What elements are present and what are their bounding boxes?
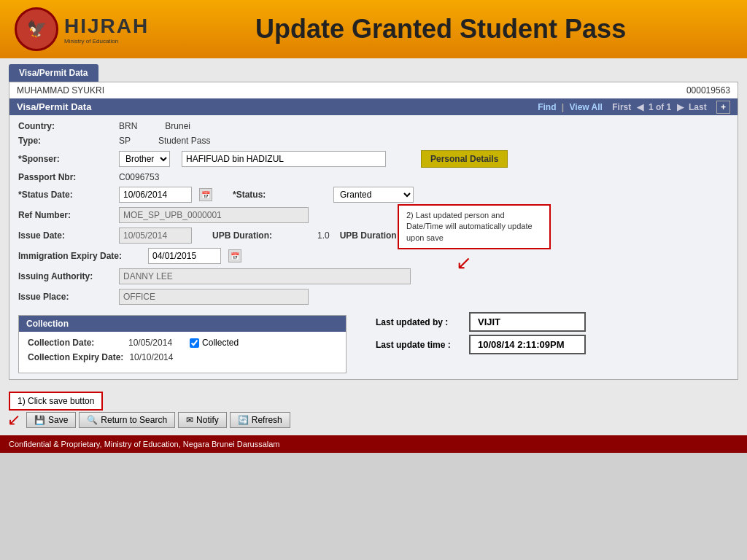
issuing-authority-row: Issuing Authority: — [18, 268, 729, 284]
last-update-time-label: Last update time : — [376, 340, 463, 350]
callout1-box: 1) Click save button — [9, 392, 103, 411]
collection-header: Collection — [19, 316, 346, 332]
issue-place-row: Issue Place: — [18, 289, 729, 305]
form-panel: MUHAMMAD SYUKRI 000019563 Visa/Permit Da… — [9, 82, 738, 380]
collection-date-row: Collection Date: 10/05/2014 Collected — [28, 338, 337, 348]
ref-number-input[interactable] — [119, 207, 309, 223]
type-row: Type: SP Student Pass — [18, 136, 729, 146]
immigration-expiry-row: Immigration Expiry Date: 📅 2) Last updat… — [18, 248, 729, 264]
last-updated-by-value: VIJIT — [469, 312, 586, 332]
ref-number-row: Ref Number: — [18, 207, 729, 223]
add-record-btn[interactable]: + — [716, 101, 730, 114]
issue-date-label: Issue Date: — [18, 230, 113, 241]
collection-expiry-row: Collection Expiry Date: 10/10/2014 — [28, 352, 337, 362]
upb-duration-label: UPB Duration: — [212, 230, 307, 241]
status-date-calendar-icon[interactable]: 📅 — [199, 188, 212, 201]
refresh-icon: 🔄 — [238, 415, 249, 425]
footer-text: Confidential & Proprietary, Ministry of … — [9, 440, 280, 448]
nav-last[interactable]: Last — [689, 102, 707, 112]
status-date-input[interactable] — [119, 187, 192, 203]
collected-checkbox[interactable] — [190, 338, 199, 348]
nav-separator: | — [562, 102, 567, 112]
collection-expiry-value: 10/10/2014 — [129, 352, 173, 362]
return-to-search-button[interactable]: 🔍 Return to Search — [79, 412, 175, 428]
passport-label: Passport Nbr: — [18, 172, 113, 182]
last-updated-by-row: Last updated by : VIJIT — [376, 312, 586, 332]
type-label: Type: — [18, 136, 113, 146]
last-update-time-value: 10/08/14 2:11:09PM — [469, 335, 586, 354]
callout1-text: 1) Click save button — [18, 396, 94, 406]
personal-details-button[interactable]: Personal Details — [421, 150, 508, 168]
passport-value: C0096753 — [119, 172, 159, 182]
status-date-row: *Status Date: 📅 *Status: Granted Pending… — [18, 187, 729, 203]
sponser-row: *Sponser: Brother Father Mother Self Per… — [18, 150, 729, 168]
user-info-bar: MUHAMMAD SYUKRI 000019563 — [9, 82, 738, 98]
last-updated-section: Last updated by : VIJIT Last update time… — [376, 312, 586, 357]
logo-area: 🦅 HIJRAH Ministry of Education — [15, 7, 149, 51]
user-id: 000019563 — [686, 85, 730, 96]
notify-button[interactable]: ✉ Notify — [178, 412, 227, 428]
upb-duration-value: 1.0 — [317, 230, 330, 241]
tab-bar: Visa/Permit Data — [9, 64, 738, 82]
notify-icon: ✉ — [186, 415, 193, 425]
form-body: Country: BRN Brunei Type: SP Student Pas… — [9, 115, 738, 379]
country-label: Country: — [18, 121, 113, 131]
logo-text: HIJRAH — [64, 15, 149, 38]
collection-date-label: Collection Date: — [28, 338, 123, 348]
callout1-arrow: ↙ — [7, 411, 20, 429]
last-update-time-row: Last update time : 10/08/14 2:11:09PM — [376, 335, 586, 354]
issue-place-input[interactable] — [119, 289, 309, 305]
main-content: Visa/Permit Data MUHAMMAD SYUKRI 0000195… — [0, 58, 747, 386]
type-code: SP — [119, 136, 131, 146]
sponser-label: *Sponser: — [18, 154, 113, 164]
passport-row: Passport Nbr: C0096753 — [18, 172, 729, 182]
sponser-select[interactable]: Brother Father Mother Self — [119, 151, 170, 167]
bottom-area: 1) Click save button ↙ 💾 Save 🔍 Return t… — [0, 386, 747, 435]
sponser-name-input[interactable] — [182, 151, 386, 167]
notify-label: Notify — [196, 415, 219, 425]
save-button[interactable]: 💾 Save — [26, 412, 76, 428]
save-label: Save — [48, 415, 68, 425]
nav-find-link[interactable]: Find — [538, 102, 556, 112]
tab-visa-permit[interactable]: Visa/Permit Data — [9, 64, 98, 82]
callout2-text: 2) Last updated person and Date/Time wil… — [406, 211, 533, 242]
logo-subtitle: Ministry of Education — [64, 38, 149, 44]
return-label: Return to Search — [101, 415, 167, 425]
collection-expiry-label: Collection Expiry Date: — [28, 352, 123, 362]
nav-view-all-link[interactable]: View All — [570, 102, 603, 112]
user-name: MUHAMMAD SYUKRI — [17, 85, 104, 96]
collected-label: Collected — [202, 338, 239, 348]
nav-first[interactable]: First — [612, 102, 631, 112]
collection-section: Collection Collection Date: 10/05/2014 C… — [18, 315, 347, 373]
issuing-authority-label: Issuing Authority: — [18, 271, 113, 281]
collection-date-value: 10/05/2014 — [128, 338, 172, 348]
annotation-row: 1) Click save button — [9, 392, 738, 411]
immigration-expiry-calendar-icon[interactable]: 📅 — [228, 249, 241, 262]
country-row: Country: BRN Brunei — [18, 121, 729, 131]
callout2-arrow: ↙ — [456, 252, 472, 274]
issue-date-input[interactable] — [119, 228, 192, 244]
issue-place-label: Issue Place: — [18, 292, 113, 302]
status-select[interactable]: Granted Pending Rejected — [333, 187, 414, 203]
save-icon: 💾 — [34, 415, 45, 425]
type-name: Student Pass — [158, 136, 210, 146]
last-updated-by-label: Last updated by : — [376, 317, 463, 327]
immigration-expiry-input[interactable] — [148, 248, 221, 264]
status-label: *Status: — [233, 190, 328, 200]
footer: Confidential & Proprietary, Ministry of … — [0, 435, 747, 453]
header: 🦅 HIJRAH Ministry of Education Update Gr… — [0, 0, 747, 58]
immigration-expiry-label: Immigration Expiry Date: — [18, 251, 142, 261]
return-icon: 🔍 — [87, 415, 98, 425]
refresh-button[interactable]: 🔄 Refresh — [230, 412, 290, 428]
callout2-box: 2) Last updated person and Date/Time wil… — [398, 204, 551, 249]
ref-number-label: Ref Number: — [18, 210, 113, 220]
panel-title: Visa/Permit Data — [17, 101, 91, 112]
panel-header: Visa/Permit Data Find | View All First ◀… — [9, 98, 738, 115]
panel-nav: Find | View All First ◀ 1 of 1 ▶ Last + — [538, 102, 730, 112]
nav-page: 1 of 1 — [649, 102, 671, 112]
country-code: BRN — [119, 121, 137, 131]
refresh-label: Refresh — [252, 415, 282, 425]
issue-date-row: Issue Date: UPB Duration: 1.0 UPB Durati… — [18, 228, 729, 244]
collection-body: Collection Date: 10/05/2014 Collected Co… — [19, 332, 346, 373]
issuing-authority-input[interactable] — [119, 268, 411, 284]
